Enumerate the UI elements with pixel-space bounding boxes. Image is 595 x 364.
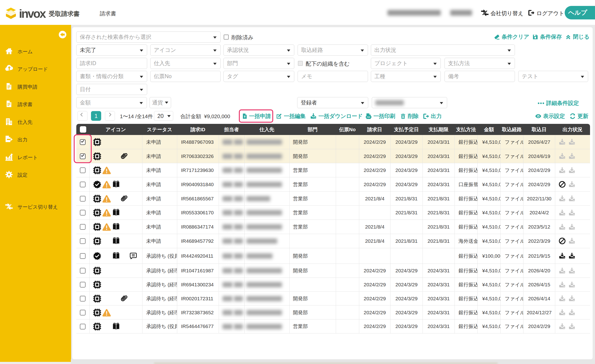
- svg-text:PDF: PDF: [367, 116, 370, 118]
